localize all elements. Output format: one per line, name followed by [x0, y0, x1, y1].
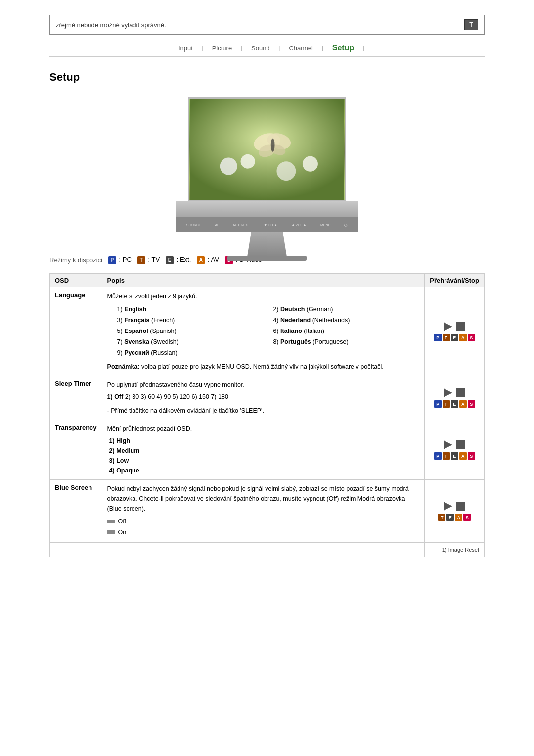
- popis-blue-screen: Pokud nebyl zachycen žádný signál nebo p…: [102, 479, 425, 542]
- mode-ext-label: : Ext.: [177, 256, 191, 263]
- ctrl-ch: ▼ CH ▲: [264, 223, 277, 227]
- pteas-transparency: P T E A S: [430, 452, 479, 460]
- badge-e: E: [166, 256, 174, 264]
- tv-stand: [247, 232, 287, 257]
- lang-3: 3) Français (French): [117, 315, 264, 325]
- top-bar-text: zřejmě nebude možné vyladit správně.: [56, 21, 464, 29]
- table-row: Transparency Mění průhlednost pozadí OSD…: [50, 420, 485, 479]
- badge-a-transp: A: [459, 452, 467, 460]
- svg-marker-14: [444, 440, 452, 449]
- popis-transparency: Mění průhlednost pozadí OSD. 1) High 2) …: [102, 420, 425, 479]
- popis-sleep: Po uplynutí přednastaveného času vypne m…: [102, 376, 425, 420]
- mode-tv-label: : TV: [148, 256, 160, 263]
- svg-marker-12: [444, 388, 452, 397]
- badge-t: T: [137, 256, 145, 264]
- lang-intro: Můžete si zvolit jeden z 9 jazyků.: [107, 291, 420, 301]
- sleep-timers: 1) Off 2) 30 3) 60 4) 90 5) 120 6) 150 7…: [107, 392, 420, 402]
- th-prehravani: Přehrávání/Stop: [425, 273, 485, 287]
- stop-icon-sleep: [455, 387, 466, 398]
- sleep-direct: - Přímé tlačítko na dálkovém ovládání je…: [107, 406, 420, 416]
- osd-transparency: Transparency: [50, 420, 102, 479]
- mode-pc: P : PC: [108, 256, 132, 264]
- modes-label: Režimy k dispozici: [49, 256, 102, 264]
- ctrl-autoext: AUTO/EXT: [233, 223, 250, 227]
- badge-a-lang: A: [459, 334, 467, 341]
- dash-off-icon: [107, 520, 115, 523]
- icons-language: P T E A S: [425, 287, 485, 376]
- pteas-language: P T E A S: [430, 334, 479, 341]
- ctrl-source: SOURCE: [186, 223, 201, 227]
- badge-e-sleep: E: [451, 400, 458, 408]
- play-stop-transparency: [430, 439, 479, 450]
- footer-cell: 1) Image Reset: [425, 542, 485, 557]
- badge-t-transp: T: [443, 452, 450, 460]
- dash-on-icon: [107, 530, 115, 534]
- lang-9: 9) Русский (Russian): [117, 348, 264, 358]
- tv-base: [227, 256, 307, 261]
- lang-8: 8) Português (Portuguese): [273, 337, 419, 347]
- badge-e-blue: E: [446, 514, 454, 521]
- ctrl-menu: MENU: [320, 223, 331, 227]
- svg-point-2: [241, 154, 255, 169]
- lang-note: Poznámka: volba platí pouze pro jazyk ME…: [107, 362, 420, 372]
- lang-4: 4) Nederland (Netherlands): [273, 315, 419, 325]
- play-icon: [443, 321, 453, 332]
- transp-options: 1) High 2) Medium 3) Low 4) Opaque: [109, 436, 420, 475]
- sleep-intro: Po uplynutí přednastaveného času vypne m…: [107, 380, 420, 390]
- ctrl-vol: ◄ VOL ►: [291, 223, 307, 227]
- badge-p-transp: P: [434, 452, 442, 460]
- nav-item-picture[interactable]: Picture: [203, 45, 241, 52]
- tv-controls: SOURCE AL AUTO/EXT ▼ CH ▲ ◄ VOL ► MENU ⏻: [176, 217, 358, 232]
- th-osd: OSD: [50, 273, 102, 287]
- svg-rect-17: [456, 502, 465, 511]
- table-row: Sleep Timer Po uplynutí přednastaveného …: [50, 376, 485, 420]
- nav-item-input[interactable]: Input: [170, 45, 202, 52]
- info-table: OSD Popis Přehrávání/Stop Language Můžet…: [49, 273, 485, 557]
- pteas-sleep: P T E A S: [430, 400, 479, 408]
- lang-6: 6) Italiano (Italian): [273, 326, 419, 336]
- pteas-blue: T E A S: [430, 514, 479, 521]
- badge-t-lang: T: [443, 334, 450, 341]
- svg-point-3: [276, 161, 296, 181]
- play-stop-sleep: [430, 387, 479, 398]
- mode-av-label: : AV: [208, 256, 219, 263]
- nav-item-channel[interactable]: Channel: [280, 45, 321, 52]
- play-icon-blue: [443, 501, 453, 512]
- badge-p-lang: P: [434, 334, 442, 341]
- mode-ext: E : Ext.: [166, 256, 191, 264]
- table-row: Blue Screen Pokud nebyl zachycen žádný s…: [50, 479, 485, 542]
- ctrl-al: AL: [215, 223, 219, 227]
- transp-intro: Mění průhlednost pozadí OSD.: [107, 424, 420, 434]
- icons-sleep: P T E A S: [425, 376, 485, 420]
- play-icon-sleep: [443, 387, 453, 398]
- play-stop-blue: [430, 501, 479, 512]
- ctrl-power: ⏻: [344, 223, 348, 227]
- blue-intro: Pokud nebyl zachycen žádný signál nebo p…: [107, 484, 420, 514]
- nav-item-sound[interactable]: Sound: [242, 45, 279, 52]
- lang-7: 7) Svenska (Swedish): [117, 337, 264, 347]
- svg-point-1: [220, 158, 237, 175]
- table-row: Language Můžete si zvolit jeden z 9 jazy…: [50, 287, 485, 376]
- nav-item-setup[interactable]: Setup: [323, 44, 363, 52]
- badge-a: A: [197, 256, 205, 264]
- tv-container: SOURCE AL AUTO/EXT ▼ CH ▲ ◄ VOL ► MENU ⏻: [49, 93, 485, 246]
- mode-av: A : AV: [197, 256, 219, 264]
- stop-icon-blue: [455, 501, 466, 512]
- svg-rect-15: [456, 440, 465, 449]
- icons-transparency: P T E A S: [425, 420, 485, 479]
- svg-rect-13: [456, 388, 465, 397]
- tv-screen-svg: [189, 99, 345, 200]
- icons-blue-screen: T E A S: [425, 479, 485, 542]
- play-icon-transp: [443, 439, 453, 450]
- nav-sep-5: |: [363, 45, 364, 51]
- svg-marker-16: [444, 502, 452, 511]
- tv-screen: [188, 97, 346, 201]
- badge-s-blue: S: [463, 514, 471, 521]
- blue-on: On: [118, 527, 127, 537]
- tv-screen-inner: [189, 99, 345, 200]
- tv-image: SOURCE AL AUTO/EXT ▼ CH ▲ ◄ VOL ► MENU ⏻: [176, 93, 358, 246]
- nav-bar: Input | Picture | Sound | Channel | Setu…: [49, 44, 485, 57]
- svg-marker-10: [444, 322, 452, 331]
- badge-a-blue: A: [455, 514, 462, 521]
- badge-s-sleep: S: [468, 400, 475, 408]
